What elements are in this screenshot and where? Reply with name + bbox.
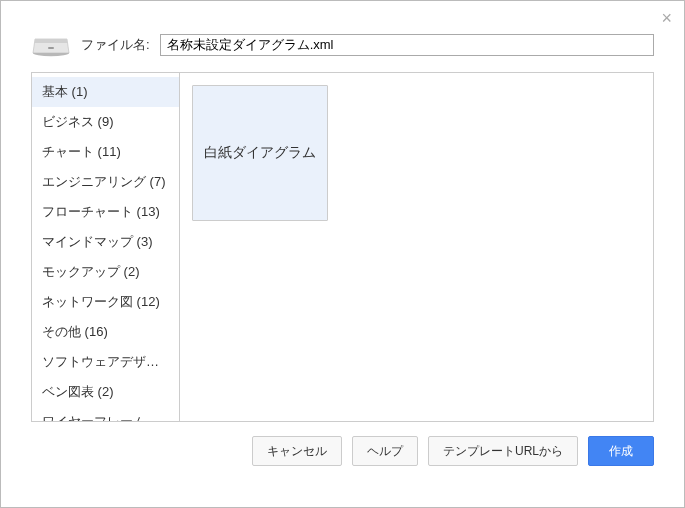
template-preview-area: 白紙ダイアグラム <box>180 73 653 421</box>
sidebar-item-network[interactable]: ネットワーク図 (12) <box>32 287 179 317</box>
help-button[interactable]: ヘルプ <box>352 436 418 466</box>
close-icon[interactable]: × <box>661 9 672 27</box>
sidebar-item-basic[interactable]: 基本 (1) <box>32 77 179 107</box>
category-sidebar: 基本 (1) ビジネス (9) チャート (11) エンジニアリング (7) フ… <box>32 73 180 421</box>
sidebar-item-engineering[interactable]: エンジニアリング (7) <box>32 167 179 197</box>
dialog-body: 基本 (1) ビジネス (9) チャート (11) エンジニアリング (7) フ… <box>31 72 654 422</box>
new-diagram-dialog: × ファイル名: 基本 (1) ビジネス (9) チャート (11) エンジニア… <box>0 0 685 508</box>
drive-icon <box>31 29 71 60</box>
sidebar-item-wireframes[interactable]: ワイヤーフレーム ... <box>32 407 179 421</box>
template-blank-diagram[interactable]: 白紙ダイアグラム <box>192 85 328 221</box>
sidebar-item-mindmaps[interactable]: マインドマップ (3) <box>32 227 179 257</box>
from-template-url-button[interactable]: テンプレートURLから <box>428 436 578 466</box>
dialog-header: ファイル名: <box>1 1 684 72</box>
sidebar-item-mockups[interactable]: モックアップ (2) <box>32 257 179 287</box>
filename-label: ファイル名: <box>81 36 150 54</box>
svg-rect-1 <box>48 47 54 49</box>
cancel-button[interactable]: キャンセル <box>252 436 342 466</box>
sidebar-item-software[interactable]: ソフトウェアデザイ... <box>32 347 179 377</box>
dialog-footer: キャンセル ヘルプ テンプレートURLから 作成 <box>1 422 684 466</box>
sidebar-item-charts[interactable]: チャート (11) <box>32 137 179 167</box>
sidebar-item-business[interactable]: ビジネス (9) <box>32 107 179 137</box>
filename-input[interactable] <box>160 34 654 56</box>
sidebar-item-other[interactable]: その他 (16) <box>32 317 179 347</box>
create-button[interactable]: 作成 <box>588 436 654 466</box>
sidebar-item-venn[interactable]: ベン図表 (2) <box>32 377 179 407</box>
sidebar-item-flowcharts[interactable]: フローチャート (13) <box>32 197 179 227</box>
template-label: 白紙ダイアグラム <box>204 144 316 162</box>
